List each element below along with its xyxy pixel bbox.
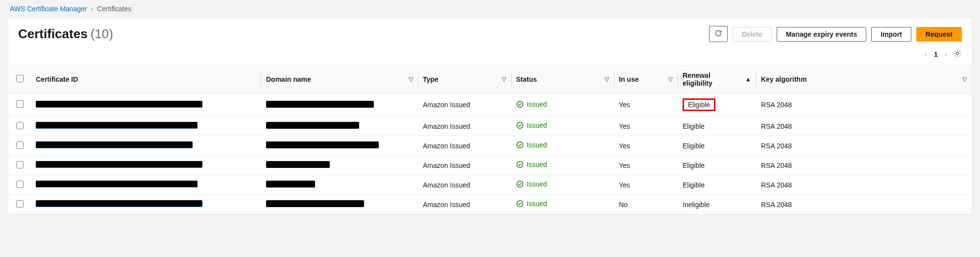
sort-desc-icon: ▽ [668,76,673,83]
pager: ‹ 1 › [925,50,947,59]
table-row: Amazon Issued Issued Yes Eligible RSA 20… [8,175,972,195]
sort-desc-icon: ▽ [409,76,413,83]
check-circle-icon [516,161,524,168]
in-use-cell: No [619,201,628,209]
settings-button[interactable] [953,49,962,59]
row-checkbox[interactable] [16,161,24,168]
import-button[interactable]: Import [871,27,911,42]
manage-expiry-button[interactable]: Manage expiry events [777,27,867,42]
domain-name-cell [266,181,315,187]
certificate-id-link[interactable] [36,122,197,129]
col-label: In use [619,75,638,83]
col-label: Domain name [266,75,311,83]
col-label: Status [516,75,537,83]
col-label: Type [423,75,439,83]
table-row: Amazon Issued Issued Yes Eligible RSA 20… [8,136,972,156]
delete-button[interactable]: Delete [733,27,772,42]
col-type[interactable]: Type ▽ [418,66,511,93]
breadcrumb: AWS Certificate Manager › Certificates [0,0,980,18]
table-row: Amazon Issued Issued Yes Eligible RSA 20… [8,117,972,136]
row-checkbox[interactable] [16,141,24,149]
row-checkbox[interactable] [16,200,24,208]
certificate-id-link[interactable] [36,181,197,187]
select-all-checkbox[interactable] [16,75,24,82]
key-algorithm-cell: RSA 2048 [761,122,792,130]
key-algorithm-cell: RSA 2048 [761,142,792,150]
breadcrumb-current: Certificates [97,5,131,13]
in-use-cell: Yes [619,122,630,130]
type-cell: Amazon Issued [423,162,470,169]
key-algorithm-cell: RSA 2048 [761,181,792,189]
renewal-cell: Ineligible [683,201,710,209]
certificate-id-link[interactable] [36,101,202,108]
certificates-table: Certificate ID Domain name ▽ Type ▽ [8,65,972,214]
sort-desc-icon: ▽ [962,76,967,83]
col-label: Certificate ID [36,75,78,83]
request-button[interactable]: Request [916,27,962,42]
row-checkbox[interactable] [16,122,24,129]
check-circle-icon [516,121,524,129]
col-key-algorithm[interactable]: Key algorithm ▽ [756,66,972,93]
sort-asc-icon: ▲ [745,76,751,83]
domain-name-cell [266,141,379,148]
type-cell: Amazon Issued [423,122,470,130]
status-cell: Issued [516,141,547,149]
type-cell: Amazon Issued [423,201,470,209]
breadcrumb-root-link[interactable]: AWS Certificate Manager [10,5,87,13]
key-algorithm-cell: RSA 2048 [761,201,792,209]
domain-name-cell [266,101,374,108]
col-label: Key algorithm [761,75,807,83]
chevron-right-icon: › [91,5,93,13]
action-bar: Delete Manage expiry events Import Reque… [709,26,962,42]
gear-icon [953,49,962,58]
in-use-cell: Yes [619,162,630,169]
renewal-cell: Eligible [683,122,705,130]
in-use-cell: Yes [619,101,630,109]
col-renewal-eligibility[interactable]: Renewal eligibility ▲ [678,66,756,93]
type-cell: Amazon Issued [423,101,470,109]
col-in-use[interactable]: In use ▽ [614,66,678,93]
pager-next[interactable]: › [945,50,947,59]
page-title: Certificates [18,26,88,42]
check-circle-icon [516,100,524,108]
refresh-button[interactable] [709,26,728,42]
type-cell: Amazon Issued [423,142,470,150]
domain-name-cell [266,122,359,129]
row-checkbox[interactable] [16,100,24,108]
row-checkbox[interactable] [16,181,24,188]
renewal-cell: Eligible [683,142,705,150]
certificate-id-link[interactable] [36,141,193,148]
in-use-cell: Yes [619,181,630,189]
certificate-id-link[interactable] [36,161,202,168]
col-label: Renewal eligibility [683,71,712,87]
refresh-icon [714,29,722,37]
renewal-cell-highlighted: Eligible [683,98,715,111]
sort-desc-icon: ▽ [605,76,609,83]
status-cell: Issued [516,100,547,108]
status-cell: Issued [516,121,547,129]
domain-name-cell [266,200,364,207]
pager-prev[interactable]: ‹ [925,50,927,59]
table-row: Amazon Issued Issued Yes Eligible RSA 20… [8,93,972,117]
check-circle-icon [516,180,524,188]
renewal-cell: Eligible [683,181,705,189]
check-circle-icon [516,141,524,149]
certificate-id-link[interactable] [36,200,202,207]
status-cell: Issued [516,180,547,188]
type-cell: Amazon Issued [423,181,470,189]
check-circle-icon [516,200,524,208]
in-use-cell: Yes [619,142,630,150]
col-status[interactable]: Status ▽ [511,66,614,93]
col-domain-name[interactable]: Domain name ▽ [261,66,418,93]
table-row: Amazon Issued Issued No Ineligible RSA 2… [8,195,972,214]
certificates-panel: Certificates (10) Delete Manage expiry e… [8,18,972,215]
table-row: Amazon Issued Issued Yes Eligible RSA 20… [8,156,972,175]
key-algorithm-cell: RSA 2048 [761,101,792,109]
status-cell: Issued [516,161,547,168]
status-cell: Issued [516,200,547,208]
sort-desc-icon: ▽ [502,76,506,83]
table-header-row: Certificate ID Domain name ▽ Type ▽ [8,66,972,93]
col-certificate-id[interactable]: Certificate ID [31,66,261,93]
pager-page: 1 [934,50,938,58]
domain-name-cell [266,161,330,168]
